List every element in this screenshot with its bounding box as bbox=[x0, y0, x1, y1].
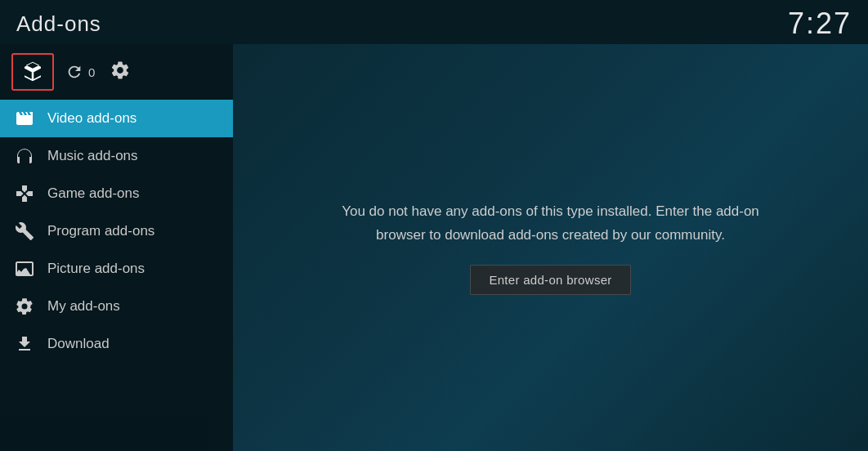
video-icon bbox=[15, 109, 34, 128]
update-button[interactable]: 0 bbox=[65, 63, 95, 81]
music-icon bbox=[15, 146, 34, 166]
sidebar-label-game-addons: Game add-ons bbox=[47, 185, 139, 202]
sidebar-item-music-addons[interactable]: Music add-ons bbox=[0, 137, 233, 175]
sidebar-item-download[interactable]: Download bbox=[0, 325, 233, 363]
addon-box-icon[interactable] bbox=[11, 53, 54, 91]
update-count: 0 bbox=[88, 65, 95, 79]
myaddon-icon bbox=[15, 297, 34, 316]
page-title: Add-ons bbox=[16, 11, 101, 37]
refresh-icon bbox=[65, 63, 83, 81]
toolbar: 0 bbox=[0, 44, 233, 100]
sidebar-label-program-addons: Program add-ons bbox=[47, 223, 154, 239]
content-area: You do not have any add-ons of this type… bbox=[233, 44, 868, 451]
sidebar-item-game-addons[interactable]: Game add-ons bbox=[0, 175, 233, 212]
package-icon bbox=[20, 60, 45, 84]
sidebar-item-picture-addons[interactable]: Picture add-ons bbox=[0, 250, 233, 288]
sidebar-item-video-addons[interactable]: Video add-ons bbox=[0, 100, 233, 137]
enter-addon-browser-button[interactable]: Enter add-on browser bbox=[470, 265, 630, 295]
program-icon bbox=[15, 221, 34, 241]
sidebar-label-picture-addons: Picture add-ons bbox=[47, 261, 145, 277]
download-icon bbox=[15, 334, 34, 354]
sidebar-label-music-addons: Music add-ons bbox=[47, 148, 138, 164]
settings-button[interactable] bbox=[110, 60, 131, 84]
sidebar-label-video-addons: Video add-ons bbox=[47, 110, 136, 127]
empty-state-message: You do not have any add-ons of this type… bbox=[338, 200, 763, 248]
header: Add-ons 7:27 bbox=[0, 0, 868, 44]
sidebar-label-download: Download bbox=[47, 336, 110, 352]
sidebar-label-my-addons: My add-ons bbox=[47, 298, 120, 315]
sidebar-item-program-addons[interactable]: Program add-ons bbox=[0, 212, 233, 250]
game-icon bbox=[15, 184, 34, 203]
clock: 7:27 bbox=[788, 7, 852, 41]
sidebar-item-my-addons[interactable]: My add-ons bbox=[0, 288, 233, 325]
gear-icon bbox=[110, 60, 131, 81]
main-layout: 0 Video add-ons Music add-ons bbox=[0, 44, 868, 451]
picture-icon bbox=[15, 259, 34, 279]
sidebar: 0 Video add-ons Music add-ons bbox=[0, 44, 233, 451]
